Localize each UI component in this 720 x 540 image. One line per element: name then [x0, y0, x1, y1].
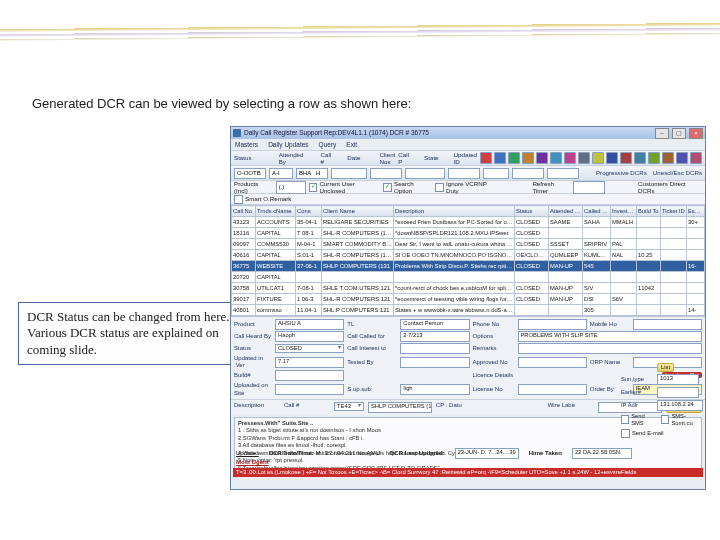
- cb-send-email[interactable]: [621, 429, 630, 438]
- table-row[interactable]: 43123ACCOUNTS35-04-1RELIGARE SECURITIES*…: [232, 217, 705, 228]
- table-row[interactable]: 40616CAPITALS.01-1SHL-R COMPUTERS (131SI…: [232, 250, 705, 261]
- cb-send-sms[interactable]: [621, 415, 629, 424]
- cell: 30758: [232, 283, 256, 294]
- col-header[interactable]: Build To: [637, 206, 661, 217]
- col-header[interactable]: Description: [394, 206, 515, 217]
- tl-val[interactable]: Contact Person: [400, 319, 469, 330]
- table-row[interactable]: 20720CAPITAL: [232, 272, 705, 283]
- supsub-val[interactable]: Iigh: [400, 384, 469, 395]
- col-header[interactable]: Client Name: [322, 206, 394, 217]
- col-header[interactable]: Status: [515, 206, 549, 217]
- cb-smart-remark[interactable]: Smart O.Remark: [234, 195, 291, 204]
- licenseno-val[interactable]: [518, 384, 587, 395]
- toolbar-icon-7[interactable]: [578, 152, 590, 164]
- desc-ticket-sel[interactable]: TE43: [334, 402, 364, 411]
- suntype-val[interactable]: 1013: [657, 374, 699, 385]
- toolbar-icon-2[interactable]: [508, 152, 520, 164]
- col-header[interactable]: Trnds.cName: [256, 206, 296, 217]
- phone-val[interactable]: [518, 319, 587, 330]
- toolbar-icon-4[interactable]: [536, 152, 548, 164]
- toolbar-icon-1[interactable]: [494, 152, 506, 164]
- toolbar-icon-11[interactable]: [634, 152, 646, 164]
- toolbar-icon-12[interactable]: [648, 152, 660, 164]
- callhead-val[interactable]: Haoph: [275, 331, 344, 342]
- minimize-button[interactable]: –: [655, 128, 669, 139]
- refresh-timer-input[interactable]: [573, 181, 605, 194]
- approved-val[interactable]: [518, 357, 587, 368]
- status-callout: DCR Status can be changed from here. Var…: [18, 302, 246, 365]
- cell: 39017: [232, 294, 256, 305]
- status-sel-2[interactable]: [269, 168, 293, 179]
- col-header[interactable]: Cons: [296, 206, 322, 217]
- callp-input[interactable]: [483, 168, 509, 179]
- upd-input[interactable]: [547, 168, 579, 179]
- table-row[interactable]: 40801commsso11.04-1SHL:P COMPUTERS:121St…: [232, 305, 705, 316]
- cell: T 08-1: [296, 228, 322, 239]
- toolbar-icon-13[interactable]: [662, 152, 674, 164]
- products-input[interactable]: [276, 181, 306, 194]
- toolbar-icon-5[interactable]: [550, 152, 562, 164]
- list-button[interactable]: List: [657, 363, 674, 372]
- ipadr-lbl: IP Adlr: [621, 402, 655, 409]
- cb-current-user[interactable]: ✓Current User Unclosed: [309, 180, 381, 195]
- earlier-val[interactable]: [657, 387, 699, 398]
- buildno-val[interactable]: [275, 370, 344, 381]
- cb-search-option[interactable]: ✓Search Option: [383, 180, 432, 195]
- date-input[interactable]: [405, 168, 445, 179]
- table-row[interactable]: 39017FIXTURE1 06-3SHL-R COMPUTERS:121*ec…: [232, 294, 705, 305]
- client-input[interactable]: [448, 168, 480, 179]
- remarks-val[interactable]: [518, 343, 703, 354]
- col-header[interactable]: Called For: [583, 206, 611, 217]
- toolbar-icon-6[interactable]: [564, 152, 576, 164]
- table-row[interactable]: 09097COMMS530M-04-1SMART COMMODITY BRCDe…: [232, 239, 705, 250]
- state-input[interactable]: [512, 168, 544, 179]
- mobile-val[interactable]: [633, 319, 702, 330]
- toolbar-icon-10[interactable]: [620, 152, 632, 164]
- cell: 305: [583, 305, 611, 316]
- callno-input[interactable]: [370, 168, 402, 179]
- col-header[interactable]: Attended By: [549, 206, 583, 217]
- cb-sms-cust[interactable]: [661, 415, 669, 424]
- callfor-val[interactable]: 2·7/213: [400, 331, 469, 342]
- menu-dailyupdates[interactable]: Daily Updates: [268, 141, 308, 149]
- options-val[interactable]: PROBLEMS WITH SLIP SITE: [518, 331, 703, 342]
- cell: KUMLEEP: [583, 250, 611, 261]
- col-header[interactable]: Escl Own: [687, 206, 705, 217]
- uploaded-val[interactable]: [275, 384, 344, 395]
- menu-masters[interactable]: Masters: [235, 141, 258, 149]
- toolbar-icon-14[interactable]: [676, 152, 688, 164]
- tested-val[interactable]: [400, 357, 469, 368]
- menu-query[interactable]: Query: [319, 141, 337, 149]
- toolbar-icon-8[interactable]: [592, 152, 604, 164]
- side-panel: List Sun,type1013 Earlier# IP Adlr131.10…: [621, 363, 703, 440]
- col-header[interactable]: Ticket ID: [661, 206, 687, 217]
- status-sel-1[interactable]: [234, 168, 266, 179]
- cell: [394, 272, 515, 283]
- callint-val[interactable]: [400, 343, 469, 354]
- cell: [611, 272, 637, 283]
- status-select[interactable]: CLOSED: [275, 344, 344, 353]
- table-row[interactable]: 18116CAPITALT 08-1SHL-R COMPUTERS (131*d…: [232, 228, 705, 239]
- menu-exit[interactable]: Exit: [346, 141, 357, 149]
- attended-hdr: Attended By: [279, 151, 304, 166]
- status-sel-3[interactable]: [296, 168, 328, 179]
- table-row[interactable]: 36775WEBSITE37-06-1SHLP COMPUTERS (131Pr…: [232, 261, 705, 272]
- updin-val[interactable]: 7.17: [275, 357, 344, 368]
- cell: CAPITAL: [256, 250, 296, 261]
- maximize-button[interactable]: ▢: [672, 128, 686, 139]
- intro-text: Generated DCR can be viewed by selecting…: [32, 96, 411, 111]
- cb-ignore-vcrnp[interactable]: Ignore VCRNP Duty: [435, 180, 499, 195]
- toolbar-icon-3[interactable]: [522, 152, 534, 164]
- product-val[interactable]: AHSIU A: [275, 319, 344, 330]
- cell: MAN-UP: [549, 294, 583, 305]
- table-row[interactable]: 30758UTILCAT17-08-1SHLE T.COM.UTERS:121*…: [232, 283, 705, 294]
- attended-input[interactable]: [331, 168, 367, 179]
- col-header[interactable]: Investor No: [611, 206, 637, 217]
- toolbar-icon-9[interactable]: [606, 152, 618, 164]
- toolbar-icon-0[interactable]: [480, 152, 492, 164]
- cell: [515, 305, 549, 316]
- close-button[interactable]: ×: [689, 128, 703, 139]
- toolbar-icon-15[interactable]: [690, 152, 702, 164]
- dcr-grid[interactable]: Call NoTrnds.cNameConsClient NameDescrip…: [231, 205, 705, 316]
- col-header[interactable]: Call No: [232, 206, 256, 217]
